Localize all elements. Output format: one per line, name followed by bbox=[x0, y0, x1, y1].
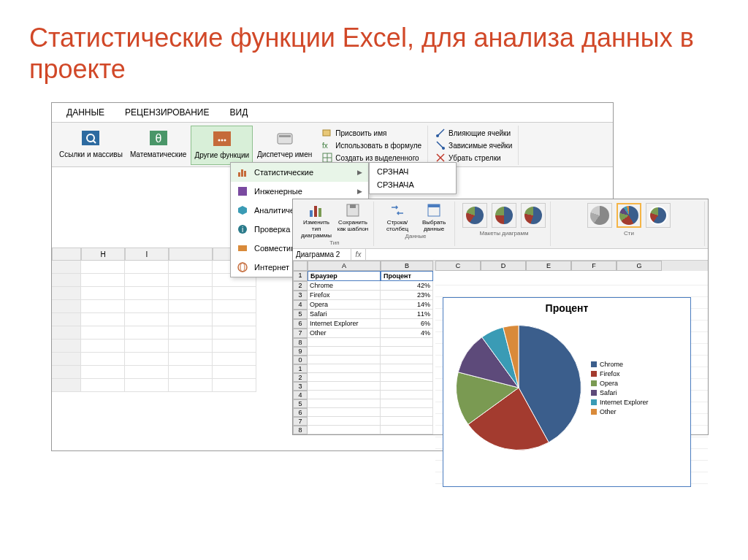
trace-dep-icon bbox=[435, 140, 446, 150]
menu-statistical[interactable]: Статистические ▶ bbox=[231, 163, 368, 182]
trace-precedents-button[interactable]: Влияющие ячейки bbox=[434, 127, 514, 139]
row-num-4[interactable]: 4 bbox=[293, 300, 308, 310]
cell-b6[interactable]: 6% bbox=[381, 319, 433, 329]
row-num-6[interactable]: 6 bbox=[293, 319, 308, 329]
lookup-reference-button[interactable]: Ссылки и массивы bbox=[56, 126, 126, 165]
cell-b10[interactable] bbox=[381, 356, 433, 364]
col-header-f[interactable]: F bbox=[571, 261, 617, 271]
tab-review[interactable]: РЕЦЕНЗИРОВАНИЕ bbox=[125, 106, 209, 119]
cell-a16[interactable] bbox=[308, 408, 381, 417]
cell-a14[interactable] bbox=[308, 391, 381, 399]
name-manager-button[interactable]: Диспетчер имен bbox=[254, 126, 315, 165]
cell-a12[interactable] bbox=[308, 373, 381, 382]
col-header-h[interactable]: H bbox=[81, 248, 125, 261]
cell-a4[interactable]: Opera bbox=[308, 300, 381, 310]
cell-b1[interactable]: Процент bbox=[381, 271, 433, 281]
cell-a2[interactable]: Chrome bbox=[308, 281, 381, 291]
col-header-a[interactable]: A bbox=[308, 261, 381, 271]
cell-a9[interactable] bbox=[308, 347, 381, 356]
math-button[interactable]: θ Математические bbox=[127, 126, 190, 165]
col-header-d[interactable]: D bbox=[481, 261, 526, 271]
cell-a13[interactable] bbox=[308, 382, 381, 391]
cell-a15[interactable] bbox=[308, 399, 381, 408]
row-num-8[interactable]: 8 bbox=[293, 338, 308, 347]
cell-b8[interactable] bbox=[381, 338, 433, 347]
style-2[interactable] bbox=[617, 203, 641, 228]
tab-data[interactable]: ДАННЫЕ bbox=[66, 106, 104, 119]
col-header-g[interactable]: G bbox=[617, 261, 662, 271]
change-chart-type-button[interactable]: Изменить тип диаграммы bbox=[299, 202, 334, 239]
use-in-formula-label: Использовать в формуле bbox=[335, 142, 421, 150]
cell-b3[interactable]: 23% bbox=[381, 291, 433, 300]
row-num-11[interactable]: 1 bbox=[293, 364, 308, 373]
row-num-10[interactable]: 0 bbox=[293, 356, 308, 364]
tab-view[interactable]: ВИД bbox=[230, 106, 248, 119]
col-header-blank bbox=[169, 248, 213, 261]
cell-b7[interactable]: 4% bbox=[381, 329, 433, 338]
row-num-17[interactable]: 7 bbox=[293, 417, 308, 426]
cell-b14[interactable] bbox=[381, 391, 433, 399]
row-num-7[interactable]: 7 bbox=[293, 329, 308, 338]
cell-b4[interactable]: 14% bbox=[381, 300, 433, 310]
svg-rect-10 bbox=[279, 135, 291, 137]
row-num-16[interactable]: 6 bbox=[293, 408, 308, 417]
cell-a8[interactable] bbox=[308, 338, 381, 347]
layout-2[interactable] bbox=[492, 203, 516, 228]
cell-b2[interactable]: 42% bbox=[381, 281, 433, 291]
row-num-18[interactable]: 8 bbox=[293, 426, 308, 434]
row-num-13[interactable]: 3 bbox=[293, 382, 308, 391]
cell-b18[interactable] bbox=[381, 426, 433, 434]
row-num-14[interactable]: 4 bbox=[293, 391, 308, 399]
svg-rect-32 bbox=[310, 210, 313, 217]
col-header-i[interactable]: I bbox=[125, 248, 169, 261]
trace-dependents-button[interactable]: Зависимые ячейки bbox=[434, 139, 514, 151]
cell-b12[interactable] bbox=[381, 373, 433, 382]
col-header-e[interactable]: E bbox=[526, 261, 571, 271]
cell-a17[interactable] bbox=[308, 417, 381, 426]
style-1[interactable] bbox=[587, 203, 612, 228]
fn-average[interactable]: СРЗНАЧ bbox=[370, 165, 456, 178]
formula-input[interactable] bbox=[366, 249, 708, 260]
embedded-pie-chart[interactable]: Процент ChromeFirefoxOperaSafariInternet… bbox=[443, 297, 691, 487]
row-num-2[interactable]: 2 bbox=[293, 281, 308, 291]
fn-averagea[interactable]: СРЗНАЧА bbox=[370, 178, 456, 191]
row-num-9[interactable]: 9 bbox=[293, 347, 308, 356]
cell-a3[interactable]: Firefox bbox=[308, 291, 381, 300]
save-as-template-button[interactable]: Сохранить как шаблон bbox=[335, 202, 370, 239]
cell-b13[interactable] bbox=[381, 382, 433, 391]
row-num-3[interactable]: 3 bbox=[293, 291, 308, 300]
cell-b15[interactable] bbox=[381, 399, 433, 408]
name-box[interactable]: Диаграмма 2 bbox=[293, 249, 351, 260]
style-3[interactable] bbox=[646, 203, 671, 228]
cell-b16[interactable] bbox=[381, 408, 433, 417]
layout-3[interactable] bbox=[521, 203, 546, 228]
save-template-icon bbox=[344, 202, 362, 219]
use-in-formula-button[interactable]: fx Использовать в формуле bbox=[321, 139, 423, 151]
col-header-c[interactable]: C bbox=[435, 261, 481, 271]
row-num-1[interactable]: 1 bbox=[293, 271, 308, 281]
remaining-columns: C D E F G Процент ChromeFirefoxOperaSafa… bbox=[435, 261, 708, 434]
define-name-button[interactable]: Присвоить имя bbox=[321, 127, 423, 139]
cell-a7[interactable]: Other bbox=[308, 329, 381, 338]
cell-a18[interactable] bbox=[308, 426, 381, 434]
cell-a5[interactable]: Safari bbox=[308, 310, 381, 319]
row-num-12[interactable]: 2 bbox=[293, 373, 308, 382]
row-num-5[interactable]: 5 bbox=[293, 310, 308, 319]
cell-a11[interactable] bbox=[308, 364, 381, 373]
col-header-b[interactable]: B bbox=[381, 261, 433, 271]
select-data-button[interactable]: Выбрать данные bbox=[416, 202, 451, 232]
cell-a6[interactable]: Internet Explorer bbox=[308, 319, 381, 329]
cell-b11[interactable] bbox=[381, 364, 433, 373]
menu-internet-label: Интернет bbox=[254, 263, 289, 272]
cell-b5[interactable]: 11% bbox=[381, 310, 433, 319]
cell-b9[interactable] bbox=[381, 347, 433, 356]
switch-row-column-button[interactable]: Строка/столбец bbox=[380, 202, 415, 232]
cell-b17[interactable] bbox=[381, 417, 433, 426]
cell-a10[interactable] bbox=[308, 356, 381, 364]
row-num-15[interactable]: 5 bbox=[293, 399, 308, 408]
svg-rect-0 bbox=[82, 131, 99, 145]
layout-1[interactable] bbox=[462, 203, 487, 228]
fx-icon[interactable]: fx bbox=[351, 249, 366, 260]
more-functions-button[interactable]: Другие функции bbox=[191, 126, 253, 165]
cell-a1[interactable]: Браузер bbox=[308, 271, 381, 281]
